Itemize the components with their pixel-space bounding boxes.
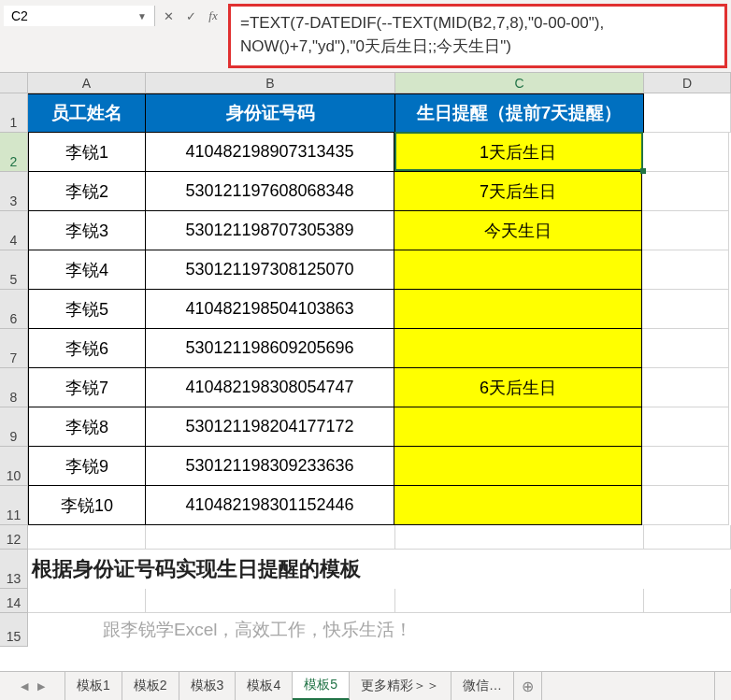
cell-A2[interactable]: 李锐1 (28, 133, 146, 172)
table-header-A[interactable]: 员工姓名 (28, 93, 146, 133)
col-header-A[interactable]: A (28, 73, 146, 93)
cell-A12[interactable] (28, 525, 146, 550)
cell-D5[interactable] (642, 250, 729, 290)
cell-C14[interactable] (395, 589, 644, 613)
cell-D12[interactable] (644, 525, 731, 550)
cell-C9[interactable] (394, 407, 642, 447)
chevron-down-icon[interactable]: ▼ (137, 11, 147, 21)
cell-A7[interactable]: 李锐6 (28, 329, 146, 368)
template-title[interactable]: 根据身份证号码实现生日提醒的模板 (28, 550, 731, 589)
sheet-tab-6[interactable]: 微信… (452, 672, 514, 700)
formula-bar-buttons: ✕ ✓ fx (157, 6, 224, 26)
cell-C10[interactable] (394, 447, 642, 486)
fx-icon[interactable]: fx (202, 6, 224, 26)
enter-icon[interactable]: ✓ (179, 6, 202, 26)
row-header-4[interactable]: 4 (0, 211, 28, 250)
cell-D8[interactable] (642, 368, 729, 407)
table-header-C[interactable]: 生日提醒（提前7天提醒） (395, 93, 644, 133)
cell-C4[interactable]: 今天生日 (394, 211, 642, 250)
tab-prev-icon[interactable]: ◀ (21, 680, 28, 693)
row-header-1[interactable]: 1 (0, 93, 28, 133)
sheet-tab-bar: ◀ ▶ 模板1模板2模板3模板4模板5更多精彩＞＞微信… ⊕ (0, 671, 731, 700)
row-header-8[interactable]: 8 (0, 368, 28, 407)
cell-D2[interactable] (642, 133, 729, 172)
cancel-icon[interactable]: ✕ (157, 6, 179, 26)
row-header-2[interactable]: 2 (0, 133, 28, 172)
cell-C7[interactable] (394, 329, 642, 368)
col-header-C[interactable]: C (395, 73, 644, 93)
cell-B6[interactable]: 410482198504103863 (145, 290, 394, 329)
cell-D9[interactable] (642, 407, 729, 447)
name-box[interactable]: C2 ▼ (4, 6, 155, 26)
cell-A8[interactable]: 李锐7 (28, 368, 146, 407)
cell-C3[interactable]: 7天后生日 (394, 172, 642, 211)
cell-B2[interactable]: 410482198907313435 (145, 133, 394, 172)
cell-A3[interactable]: 李锐2 (28, 172, 146, 211)
cell-B11[interactable]: 410482198301152446 (145, 486, 394, 525)
cell-A9[interactable]: 李锐8 (28, 407, 146, 447)
cell-B14[interactable] (146, 589, 395, 613)
row-header-14[interactable]: 14 (0, 589, 28, 613)
row-header-7[interactable]: 7 (0, 329, 28, 368)
fill-handle[interactable] (640, 168, 646, 174)
row-header-5[interactable]: 5 (0, 250, 28, 290)
cell-D10[interactable] (642, 447, 729, 486)
cell-D3[interactable] (642, 172, 729, 211)
cell-B10[interactable]: 530121198309233636 (145, 447, 394, 486)
cell-C11[interactable] (394, 486, 642, 525)
col-header-B[interactable]: B (146, 73, 395, 93)
row-headers: 123456789101112131415 (0, 93, 28, 647)
sheet-tab-1[interactable]: 模板2 (122, 672, 179, 700)
row-header-12[interactable]: 12 (0, 525, 28, 550)
cell-D11[interactable] (642, 486, 729, 525)
cell-A5[interactable]: 李锐4 (28, 250, 146, 290)
name-box-value: C2 (11, 8, 134, 23)
cell-D1[interactable] (644, 93, 731, 133)
cell-C2[interactable]: 1天后生日 (394, 133, 642, 172)
cell-C5[interactable] (394, 250, 642, 290)
cell-A14[interactable] (28, 589, 146, 613)
cell-B12[interactable] (146, 525, 395, 550)
cell-B7[interactable]: 530121198609205696 (145, 329, 394, 368)
cell-C6[interactable] (394, 290, 642, 329)
slogan-text[interactable]: 跟李锐学Excel，高效工作，快乐生活！ (28, 613, 731, 647)
cell-D7[interactable] (642, 329, 729, 368)
row-header-3[interactable]: 3 (0, 172, 28, 211)
sheet-tab-3[interactable]: 模板4 (236, 672, 293, 700)
col-header-D[interactable]: D (644, 73, 731, 93)
select-all-corner[interactable] (0, 73, 28, 93)
cell-A11[interactable]: 李锐10 (28, 486, 146, 525)
tab-nav[interactable]: ◀ ▶ (0, 672, 65, 700)
formula-line2: NOW()+7,"yd"),"0天后生日;;今天生日") (240, 37, 511, 55)
cell-C8[interactable]: 6天后生日 (394, 368, 642, 407)
row-header-15[interactable]: 15 (0, 613, 28, 647)
sheet-tab-2[interactable]: 模板3 (179, 672, 236, 700)
sheet-tab-5[interactable]: 更多精彩＞＞ (350, 672, 452, 700)
cell-B4[interactable]: 530121198707305389 (145, 211, 394, 250)
sheet-tab-0[interactable]: 模板1 (65, 672, 122, 700)
formula-input[interactable]: =TEXT(7-DATEDIF(--TEXT(MID(B2,7,8),"0-00… (228, 4, 727, 68)
cell-B5[interactable]: 530121197308125070 (145, 250, 394, 290)
table-header-B[interactable]: 身份证号码 (146, 93, 395, 133)
cell-A6[interactable]: 李锐5 (28, 290, 146, 329)
row-header-6[interactable]: 6 (0, 290, 28, 329)
cell-C12[interactable] (395, 525, 644, 550)
tab-scroll-right[interactable] (714, 672, 731, 700)
cell-D14[interactable] (644, 589, 731, 613)
cell-D4[interactable] (642, 211, 729, 250)
row-header-9[interactable]: 9 (0, 407, 28, 447)
cell-B8[interactable]: 410482198308054747 (145, 368, 394, 407)
tab-next-icon[interactable]: ▶ (37, 680, 45, 693)
cell-D6[interactable] (642, 290, 729, 329)
new-sheet-button[interactable]: ⊕ (514, 672, 542, 700)
row-header-10[interactable]: 10 (0, 447, 28, 486)
row-header-11[interactable]: 11 (0, 486, 28, 525)
sheet-tab-4[interactable]: 模板5 (293, 672, 350, 700)
row-header-13[interactable]: 13 (0, 550, 28, 589)
cell-A4[interactable]: 李锐3 (28, 211, 146, 250)
formula-line1: =TEXT(7-DATEDIF(--TEXT(MID(B2,7,8),"0-00… (240, 14, 604, 32)
cell-B3[interactable]: 530121197608068348 (145, 172, 394, 211)
cells-container: 员工姓名身份证号码生日提醒（提前7天提醒）李锐14104821989073134… (28, 93, 731, 647)
cell-A10[interactable]: 李锐9 (28, 447, 146, 486)
cell-B9[interactable]: 530121198204177172 (145, 407, 394, 447)
